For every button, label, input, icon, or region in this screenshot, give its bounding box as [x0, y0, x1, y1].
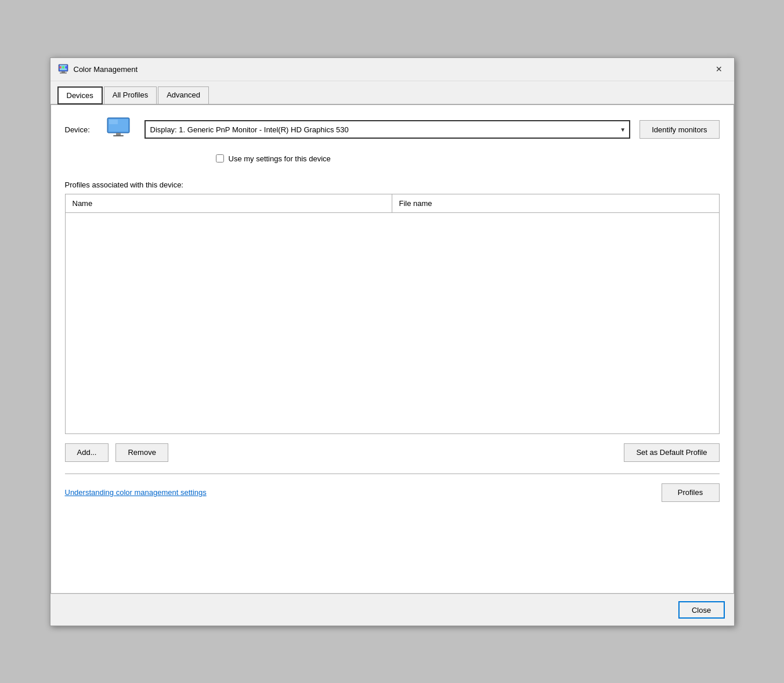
section-divider	[65, 474, 720, 474]
checkbox-row: Use my settings for this device	[216, 154, 720, 163]
column-header-name: Name	[66, 194, 392, 212]
profiles-associated-label: Profiles associated with this device:	[65, 180, 720, 189]
monitor-icon	[106, 117, 135, 143]
device-row: Device: Display: 1. Generic PnP	[65, 117, 720, 143]
title-bar: Color Management ✕	[50, 58, 734, 81]
svg-point-5	[62, 66, 64, 68]
column-header-filename: File name	[392, 194, 719, 212]
close-dialog-button[interactable]: Close	[678, 601, 725, 619]
device-select[interactable]: Display: 1. Generic PnP Monitor - Intel(…	[144, 120, 631, 139]
tab-advanced[interactable]: Advanced	[158, 86, 209, 104]
svg-rect-2	[62, 71, 65, 73]
svg-rect-11	[113, 135, 124, 136]
color-management-window: Color Management ✕ Devices All Profiles …	[50, 57, 735, 626]
device-label: Device:	[65, 125, 97, 134]
window-title: Color Management	[74, 65, 138, 74]
tab-all-profiles[interactable]: All Profiles	[104, 86, 157, 104]
svg-point-4	[59, 66, 62, 68]
footer-row: Close	[50, 594, 734, 626]
svg-rect-9	[109, 120, 118, 124]
use-my-settings-label[interactable]: Use my settings for this device	[229, 154, 331, 163]
add-button[interactable]: Add...	[65, 443, 109, 462]
title-bar-left: Color Management	[57, 63, 138, 75]
device-dropdown-container: Display: 1. Generic PnP Monitor - Intel(…	[144, 120, 631, 139]
remove-button[interactable]: Remove	[115, 443, 168, 462]
tab-devices[interactable]: Devices	[57, 86, 103, 104]
tab-bar: Devices All Profiles Advanced	[50, 81, 734, 104]
window-close-button[interactable]: ✕	[711, 62, 727, 76]
svg-rect-10	[116, 133, 121, 135]
svg-point-6	[65, 66, 67, 68]
help-link[interactable]: Understanding color management settings	[65, 488, 207, 497]
profiles-table-body[interactable]	[66, 213, 719, 433]
bottom-row: Understanding color management settings …	[65, 483, 720, 502]
main-content: Device: Display: 1. Generic PnP	[50, 104, 734, 594]
set-default-profile-button[interactable]: Set as Default Profile	[624, 443, 719, 462]
use-my-settings-checkbox[interactable]	[216, 154, 224, 162]
app-icon	[57, 63, 69, 75]
identify-monitors-button[interactable]: Identify monitors	[640, 120, 719, 139]
action-buttons-row: Add... Remove Set as Default Profile	[65, 443, 720, 462]
table-header-row: Name File name	[66, 194, 719, 213]
profiles-table: Name File name	[65, 194, 720, 434]
svg-rect-3	[60, 73, 67, 74]
profiles-button[interactable]: Profiles	[662, 483, 720, 502]
